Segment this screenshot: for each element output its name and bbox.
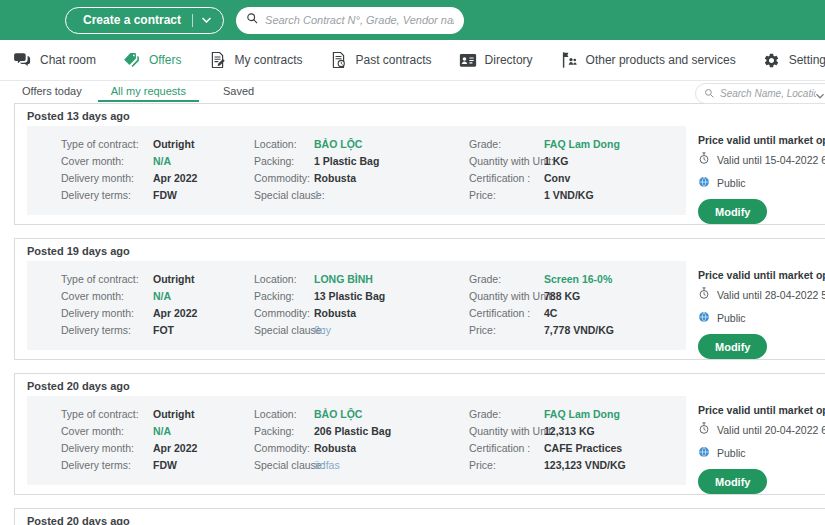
chevron-down-icon[interactable] — [816, 85, 824, 103]
modify-button[interactable]: Modify — [698, 199, 767, 224]
offer-card: Posted 13 days ago Type of contract:Outr… — [14, 103, 825, 225]
field-value: Apr 2022 — [153, 307, 197, 319]
offer-details-panel: Type of contract:OutrightCover month:N/A… — [27, 396, 686, 485]
tab-offers-today[interactable]: Offers today — [22, 81, 82, 102]
field-value[interactable]: 1 — [314, 189, 320, 201]
nav-item-offers[interactable]: Offers — [123, 51, 181, 69]
detail-row: Location:BẢO LỘC — [254, 135, 469, 152]
field-value: FDW — [153, 459, 177, 471]
detail-row: Special clause:1 — [254, 186, 469, 203]
nav-item-past-contracts[interactable]: Past contracts — [330, 51, 432, 69]
price-valid-title: Price valid until market opens — [698, 269, 825, 281]
offer-card: Posted 20 days ago Type of contract:Depo… — [14, 508, 825, 525]
field-label: Special clause: — [254, 324, 314, 336]
nav-item-chat-room[interactable]: Chat room — [14, 51, 96, 69]
field-value[interactable]: LONG BÌNH — [314, 273, 373, 285]
list-search[interactable] — [695, 83, 825, 104]
visibility-text: Public — [717, 177, 746, 189]
detail-row: Certification :Conv — [469, 169, 686, 186]
field-value: Apr 2022 — [153, 442, 197, 454]
field-value[interactable]: FAQ Lam Dong — [544, 138, 620, 150]
visibility-row: Public — [698, 444, 825, 462]
valid-until-text: Valid until 20-04-2022 6:59 AM — [717, 424, 825, 436]
modify-button[interactable]: Modify — [698, 469, 767, 494]
detail-row: Certification :4C — [469, 304, 686, 321]
tab-saved[interactable]: Saved — [223, 81, 254, 102]
field-value: 788 KG — [544, 290, 580, 302]
field-value[interactable]: 6uy — [314, 324, 331, 336]
detail-row: Cover month:N/A — [61, 422, 254, 439]
detail-row: Grade:Screen 16-0% — [469, 270, 686, 287]
detail-row: Packing:1 Plastic Bag — [254, 152, 469, 169]
nav-item-other-products-and-services[interactable]: Other products and services — [560, 51, 736, 69]
field-label: Delivery month: — [61, 442, 153, 454]
field-label: Certification : — [469, 172, 544, 184]
detail-row: Special clause:ädfas — [254, 456, 469, 473]
field-label: Commodity: — [254, 172, 314, 184]
detail-row: Delivery month:Apr 2022 — [61, 169, 254, 186]
field-value: FOT — [153, 324, 174, 336]
field-value: 7,778 VND/KG — [544, 324, 614, 336]
posted-ago-label: Posted 20 days ago — [15, 374, 825, 396]
offer-card: Posted 19 days ago Type of contract:Outr… — [14, 238, 825, 360]
field-value[interactable]: ädfas — [314, 459, 340, 471]
offers-tag-icon — [123, 51, 141, 69]
detail-row: Commodity:Robusta — [254, 304, 469, 321]
price-valid-title: Price valid until market opens — [698, 404, 825, 416]
header-search-input[interactable] — [265, 14, 454, 26]
detail-row: Packing:206 Plastic Bag — [254, 422, 469, 439]
list-search-input[interactable] — [720, 88, 816, 99]
nav-item-label: Chat room — [40, 53, 96, 67]
detail-row: Price:7,778 VND/KG — [469, 321, 686, 338]
stopwatch-icon — [698, 286, 710, 304]
field-label: Delivery month: — [61, 307, 153, 319]
detail-row: Delivery terms:FOT — [61, 321, 254, 338]
field-label: Packing: — [254, 155, 314, 167]
field-value[interactable]: N/A — [153, 155, 171, 167]
detail-row: Grade:FAQ Lam Dong — [469, 405, 686, 422]
nav-item-settings[interactable]: Settings — [763, 51, 825, 69]
visibility-text: Public — [717, 312, 746, 324]
field-label: Type of contract: — [61, 138, 153, 150]
field-value[interactable]: N/A — [153, 425, 171, 437]
field-value[interactable]: N/A — [153, 290, 171, 302]
tab-bar: Offers today All my requests Saved — [0, 81, 825, 102]
gear-icon — [763, 51, 781, 69]
offers-list: Posted 13 days ago Type of contract:Outr… — [0, 102, 825, 525]
field-label: Grade: — [469, 408, 544, 420]
field-value: 206 Plastic Bag — [314, 425, 391, 437]
field-value[interactable]: FAQ Lam Dong — [544, 408, 620, 420]
stopwatch-icon — [698, 421, 710, 439]
offer-details-panel: Type of contract:OutrightCover month:N/A… — [27, 261, 686, 350]
field-value[interactable]: BẢO LỘC — [314, 408, 362, 420]
create-contract-button[interactable]: Create a contract — [65, 7, 224, 34]
chat-icon — [14, 51, 32, 69]
header-search[interactable] — [236, 7, 464, 34]
field-label: Delivery terms: — [61, 459, 153, 471]
field-label: Delivery terms: — [61, 324, 153, 336]
field-value: Outright — [153, 273, 194, 285]
detail-row: Type of contract:Outright — [61, 405, 254, 422]
detail-row: Cover month:N/A — [61, 152, 254, 169]
valid-until-row: Valid until 15-04-2022 6:59 AM — [698, 151, 825, 169]
posted-ago-label: Posted 13 days ago — [15, 104, 825, 126]
detail-row: Type of contract:Outright — [61, 135, 254, 152]
field-label: Type of contract: — [61, 273, 153, 285]
details-column-1: Type of contract:OutrightCover month:N/A… — [61, 135, 254, 206]
directory-card-icon — [459, 51, 477, 69]
modify-button[interactable]: Modify — [698, 334, 767, 359]
nav-item-directory[interactable]: Directory — [459, 51, 533, 69]
field-label: Special clause: — [254, 459, 314, 471]
tab-all-my-requests[interactable]: All my requests — [98, 81, 199, 102]
field-value[interactable]: Screen 16-0% — [544, 273, 612, 285]
field-value: 1 KG — [544, 155, 569, 167]
nav-item-my-contracts[interactable]: My contracts — [209, 51, 303, 69]
detail-row: Location:BẢO LỘC — [254, 405, 469, 422]
offers-page: Create a contract Chat room Offers My co… — [0, 0, 825, 525]
visibility-row: Public — [698, 174, 825, 192]
caret-down-icon[interactable] — [202, 17, 211, 23]
past-contracts-icon — [330, 51, 348, 69]
nav-item-label: Past contracts — [356, 53, 432, 67]
field-value[interactable]: BẢO LỘC — [314, 138, 362, 150]
field-value: Conv — [544, 172, 570, 184]
